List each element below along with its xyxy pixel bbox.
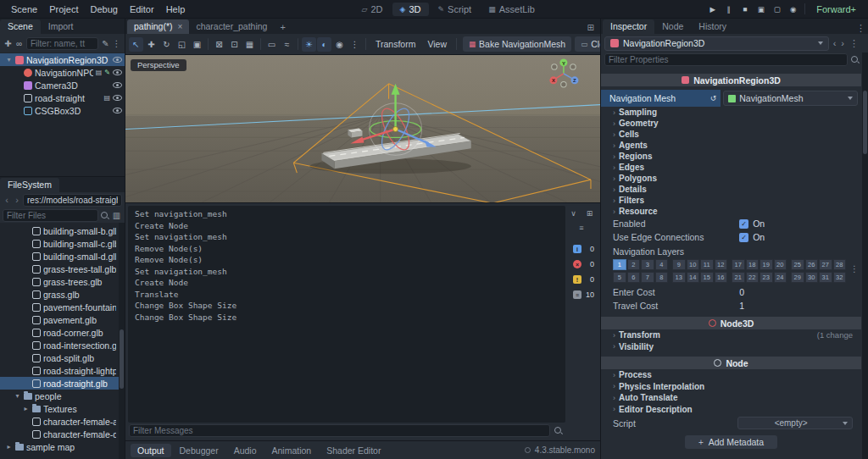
perspective-menu[interactable]: Perspective [131, 59, 186, 71]
layers-menu-icon[interactable]: ⋮ [850, 264, 859, 274]
nav-layer-cell[interactable]: 14 [687, 272, 700, 283]
scene-tree-row[interactable]: Camera3D [0, 79, 125, 91]
expander-icon[interactable]: ▾ [5, 56, 13, 64]
nav-layer-cell[interactable]: 6 [627, 272, 641, 283]
snap-icon[interactable]: ≈ [280, 37, 294, 52]
file-row[interactable]: road-split.glb [0, 351, 125, 364]
nav-layer-cell[interactable]: 5 [613, 272, 626, 283]
scene-more-icon[interactable]: ⋮ [111, 39, 122, 48]
nav-layer-cell[interactable]: 4 [655, 259, 669, 270]
rotate-tool-icon[interactable]: ↻ [159, 37, 174, 52]
filter-properties-input[interactable] [604, 53, 848, 66]
move-tool-icon[interactable]: ✚ [144, 37, 159, 52]
scene-tab[interactable]: pathing(*) [127, 19, 189, 34]
nav-layer-cell[interactable]: 27 [819, 259, 832, 270]
nav-layer-cell[interactable]: 1 [613, 259, 626, 270]
transform-tool-icon[interactable]: ▣ [190, 37, 204, 52]
nav-layer-cell[interactable]: 28 [833, 259, 847, 270]
nav-layer-cell[interactable]: 17 [732, 259, 745, 270]
scr-thumb[interactable] [120, 329, 124, 389]
filesystem-path-input[interactable] [23, 194, 122, 207]
section-row[interactable]: Visibility [601, 341, 861, 353]
bake-navigationmesh-button[interactable]: ▦ Bake NavigationMesh [463, 36, 571, 52]
nav-layer-cell[interactable]: 19 [760, 259, 773, 270]
nav-layer-cell[interactable]: 32 [833, 272, 847, 283]
nav-layer-cell[interactable]: 15 [700, 272, 714, 283]
menubar-menu[interactable]: Debug [84, 3, 123, 16]
close-icon[interactable] [178, 21, 183, 31]
file-row[interactable]: ▸ Textures [0, 402, 125, 415]
inspector-dock-tab[interactable]: Inspector [603, 19, 654, 34]
update-icon[interactable] [525, 447, 531, 453]
pause-button[interactable]: ∥ [721, 3, 736, 16]
visibility-eye-icon[interactable] [113, 69, 122, 75]
history-back-icon[interactable]: ‹ [3, 195, 11, 205]
add-metadata-button[interactable]: + Add Metadata [685, 435, 777, 449]
nav-layer-cell[interactable]: 3 [641, 259, 654, 270]
bottom-panel-tab[interactable]: Debugger [173, 444, 225, 457]
section-row[interactable]: Transform (1 change [601, 329, 861, 341]
file-row[interactable]: ▾ people [0, 390, 125, 402]
attach-script-icon[interactable]: ✎ [100, 39, 111, 48]
filter-messages-input[interactable] [129, 424, 550, 437]
nav-layer-cell[interactable]: 7 [641, 272, 654, 283]
nav-layer-cell[interactable]: 9 [672, 259, 686, 270]
group-icon[interactable]: ▦ [242, 37, 257, 52]
file-row[interactable]: pavement.glb [0, 313, 125, 326]
file-sort-icon[interactable]: ▥ [111, 211, 122, 220]
message-counter[interactable]: 0 [569, 243, 594, 255]
workspace-assetlib[interactable]: ▦ AssetLib [481, 3, 542, 16]
visibility-eye-icon[interactable] [113, 57, 122, 63]
section-row[interactable]: Auto Translate [601, 392, 861, 404]
nav-layer-cell[interactable]: 29 [791, 272, 804, 283]
message-counter[interactable]: 0 [569, 258, 594, 270]
subsection-row[interactable]: Agents [601, 140, 861, 151]
subsection-row[interactable]: Edges [601, 162, 861, 173]
subsection-row[interactable]: Polygons [601, 173, 861, 184]
nav-layer-cell[interactable]: 11 [700, 259, 714, 270]
bottom-panel-tab[interactable]: Shader Editor [320, 444, 387, 457]
copy-log-icon[interactable]: ⊞ [584, 207, 596, 219]
sun-icon[interactable]: ☀ [302, 37, 316, 52]
open-scene-icon[interactable] [103, 94, 110, 102]
visibility-eye-icon[interactable] [113, 82, 122, 88]
bottom-panel-tab[interactable]: Animation [265, 444, 319, 457]
script-value-dropdown[interactable]: <empty> [737, 417, 853, 429]
bottom-panel-tab[interactable]: Output [131, 444, 171, 457]
viewport-more-icon[interactable]: ⋮ [348, 37, 362, 52]
workspace-script[interactable]: ✎ Script [431, 3, 480, 16]
instantiate-scene-icon[interactable]: ∞ [14, 39, 25, 48]
play-custom-scene-button[interactable]: ▢ [770, 3, 784, 16]
filter-list-icon[interactable]: ≡ [576, 222, 587, 234]
section-row[interactable]: Physics Interpolation [601, 381, 861, 393]
expand-output-icon[interactable]: ∨ [568, 207, 580, 219]
filesystem-scrollbar[interactable] [119, 223, 125, 459]
expander-icon[interactable]: ▸ [22, 405, 30, 412]
history-forward-icon[interactable]: › [13, 195, 21, 205]
nav-layer-cell[interactable]: 31 [819, 272, 832, 283]
object-menu-icon[interactable]: ⋮ [849, 38, 860, 49]
file-row[interactable]: road-straight-lightposts.g... [0, 364, 125, 377]
nav-layer-cell[interactable]: 12 [715, 259, 728, 270]
nav-layer-cell[interactable]: 18 [746, 259, 760, 270]
expander-icon[interactable]: ▾ [14, 392, 21, 400]
workspace-2d[interactable]: ▱ 2D [354, 3, 391, 16]
file-row[interactable]: pavement-fountain.glb [0, 301, 125, 313]
subsection-row[interactable]: Geometry [601, 118, 861, 129]
play-button[interactable]: ▶ [705, 3, 720, 16]
scale-tool-icon[interactable]: ◱ [175, 37, 189, 52]
nav-layer-cell[interactable]: 8 [655, 272, 669, 283]
menubar-menu[interactable]: Editor [124, 3, 160, 16]
distraction-free-icon[interactable]: ⊞ [583, 23, 598, 34]
subsection-row[interactable]: Cells [601, 129, 861, 140]
select-tool-icon[interactable]: ↖ [129, 37, 143, 52]
viewport-menu[interactable]: Transform [370, 37, 421, 51]
movie-mode-button[interactable]: ◉ [786, 3, 800, 16]
file-row[interactable]: building-small-b.glb [0, 224, 125, 237]
file-row[interactable]: building-small-c.glb [0, 237, 125, 250]
new-scene-tab-button[interactable] [274, 22, 291, 34]
checkbox-checked-icon[interactable] [739, 219, 748, 229]
script-icon[interactable] [104, 69, 110, 76]
menubar-menu[interactable]: Scene [5, 3, 43, 16]
filter-nodes-input[interactable] [26, 37, 98, 50]
